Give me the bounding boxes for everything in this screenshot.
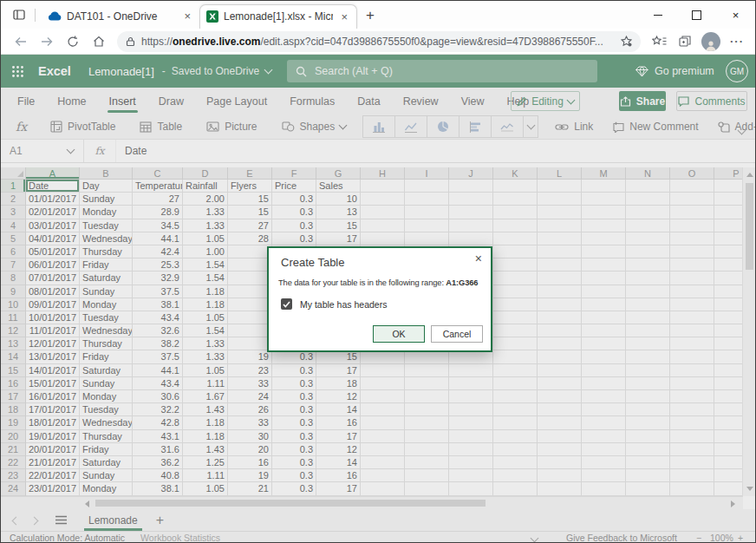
collections-button[interactable] [672,36,698,47]
cell[interactable] [714,443,743,456]
ribbon-tab-formulas[interactable]: Formulas [278,88,346,114]
cell[interactable] [626,337,670,350]
column-chart-button[interactable] [363,116,395,137]
cell[interactable]: Sunday [80,469,133,482]
insert-function-button[interactable]: fx [16,120,27,134]
ok-button[interactable]: OK [373,325,425,343]
cell[interactable] [449,219,493,232]
cell[interactable]: 0.3 [272,377,316,390]
cell[interactable]: Wednesday [80,324,133,337]
cell[interactable] [538,337,582,350]
cell[interactable]: Saturday [80,456,133,469]
cell[interactable] [405,403,449,416]
cell[interactable] [670,469,714,482]
cell[interactable] [626,206,670,219]
cell[interactable]: 10 [316,193,361,206]
row-header-23[interactable]: 23 [1,469,26,482]
cell[interactable] [228,272,272,285]
saved-status[interactable]: -Saved to OneDrive [162,65,271,77]
cell[interactable] [493,219,538,232]
cell[interactable]: 1.33 [183,219,228,232]
new-tab-button[interactable]: + [366,8,375,23]
cell[interactable] [714,350,743,363]
cell[interactable] [670,430,714,443]
cell[interactable] [361,206,405,219]
cell[interactable]: 16 [316,469,361,482]
column-header-C[interactable]: C [133,167,183,180]
cell[interactable] [626,180,670,193]
status-options-button[interactable] [531,533,538,543]
cell[interactable]: 12 [316,443,361,456]
workbook-statistics[interactable]: Workbook Statistics [140,533,220,543]
cell[interactable]: Thursday [80,245,133,258]
cell[interactable]: Wednesday [80,416,133,429]
cell[interactable] [405,443,449,456]
cell[interactable] [493,403,538,416]
profile-avatar[interactable] [698,32,724,51]
cell[interactable] [626,350,670,363]
cell[interactable] [714,285,743,298]
cell[interactable] [714,180,743,193]
row-header-14[interactable]: 14 [1,350,26,363]
cell[interactable] [493,298,538,311]
cell[interactable]: Rainfall [183,180,228,193]
cell[interactable]: 21 [228,482,272,495]
cell[interactable] [582,403,626,416]
cell[interactable] [714,390,743,403]
cell[interactable]: 1.18 [183,298,228,311]
scroll-up-arrow[interactable] [746,173,753,177]
cell[interactable] [714,377,743,390]
row-header-3[interactable]: 3 [1,206,26,219]
cell[interactable] [361,193,405,206]
cell[interactable]: 19 [228,469,272,482]
home-button[interactable] [86,36,112,47]
sparkline-button[interactable] [492,116,524,137]
cell[interactable]: 16 [228,456,272,469]
cell[interactable] [405,350,449,363]
next-sheet-button[interactable] [31,514,37,527]
comments-button[interactable]: Comments [676,91,747,111]
row-header-21[interactable]: 21 [1,443,26,456]
cell[interactable] [493,337,538,350]
column-header-P[interactable]: P [714,167,743,180]
cell[interactable] [714,298,743,311]
add-ins-button[interactable]: Add-ins [718,121,756,133]
cell[interactable] [582,245,626,258]
line-chart-button[interactable] [395,116,427,137]
cell[interactable]: 30.6 [133,390,183,403]
cell[interactable]: Wednesday [80,232,133,245]
cell[interactable]: 12 [316,390,361,403]
scroll-left-arrow[interactable] [85,500,89,507]
cell[interactable] [449,232,493,245]
zoom-out-button[interactable]: − [696,533,701,543]
cell[interactable]: 17/01/2017 [26,403,80,416]
cell[interactable] [670,285,714,298]
cell[interactable] [714,456,743,469]
cell[interactable] [538,430,582,443]
cell[interactable] [582,232,626,245]
cell[interactable] [538,482,582,495]
ribbon-tab-page-layout[interactable]: Page Layout [195,88,278,114]
feedback-link[interactable]: Give Feedback to Microsoft [566,533,677,543]
name-box[interactable]: A1 [1,140,84,162]
cell[interactable] [361,364,405,377]
cell[interactable]: 17 [316,430,361,443]
cell[interactable] [670,298,714,311]
cell[interactable]: Tuesday [80,403,133,416]
cell[interactable] [538,364,582,377]
cell[interactable] [714,311,743,324]
cell[interactable] [405,180,449,193]
cell[interactable]: 1.33 [183,337,228,350]
cell[interactable]: Thursday [80,430,133,443]
scroll-right-arrow[interactable] [731,500,735,507]
close-tab-icon[interactable]: × [338,11,350,23]
cell[interactable] [582,324,626,337]
cell[interactable]: 38.1 [133,298,183,311]
cell[interactable]: Tuesday [80,219,133,232]
cell[interactable]: 16 [316,416,361,429]
cell[interactable] [361,403,405,416]
pie-chart-button[interactable] [427,116,459,137]
row-header-10[interactable]: 10 [1,298,26,311]
cell[interactable]: Monday [80,298,133,311]
cell[interactable]: 34.5 [133,219,183,232]
